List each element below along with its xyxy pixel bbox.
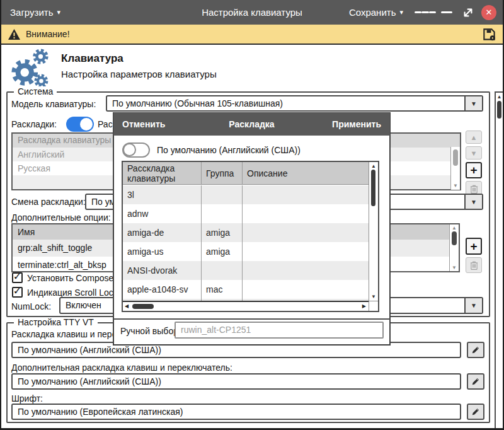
pencil-icon [471,407,480,416]
column-header: Расскладка клавиатуры [123,162,202,184]
numlock-value: Включен [66,298,101,312]
scroll-down-icon: ▼ [450,265,459,270]
scrollbar-corner [369,301,378,311]
tty-legend: Настройка TTY VT [14,317,98,327]
layouts-list-scrollbar[interactable]: ▼ [450,147,460,190]
scroll-down-icon: ▼ [451,183,460,189]
scroll-up-icon: ▲ [496,94,503,100]
default-layout-toggle-label: По умолчанию (Английский (США)) [157,145,301,155]
compose-checkbox[interactable]: ✓ [12,272,23,283]
tty-font-field[interactable]: По умолчанию (Европейская латинская) [11,404,461,420]
scroll-up-icon: ▲ [450,225,459,231]
main-scrollbar[interactable]: ▲ ▼ [495,91,504,430]
pencil-icon [471,346,480,354]
save-menu-button[interactable]: Сохранить ▾ [349,7,403,18]
save-file-button[interactable] [482,27,496,42]
layout-dialog: Отменить Раскладка Применить По умолчани… [113,112,391,346]
tty-extra-label: Дополнительная раскладка клавиш и перекл… [11,363,232,373]
load-menu-button[interactable]: Загрузить ▾ [10,7,60,18]
layout-dialog-titlebar: Отменить Раскладка Применить [113,113,390,136]
tty-font-edit-button[interactable] [467,404,484,420]
tty-layout-label: Раскладка клавиш и пере [11,329,117,339]
tty-layout-edit-button[interactable] [467,342,484,358]
trash-icon [470,184,478,194]
numlock-label: NumLock: [11,301,51,311]
scroll-right-icon: ▶ [362,303,366,309]
system-legend: Система [14,86,57,96]
column-header: Описание [243,162,369,184]
scrollbar-thumb[interactable] [452,231,457,245]
minimize-icon [441,11,452,14]
layouts-label: Раскладки: [11,119,57,129]
layout-move-down-button: ▼ [466,146,482,160]
layouts-table-header: Расскладка клавиатуры Группа Описание [123,162,369,185]
column-header: Группа [202,162,243,184]
layouts-table-vscrollbar[interactable]: ▲ ▼ [369,162,378,301]
scrolllock-checkbox-label: Индикация Scroll Lock [27,288,118,298]
scroll-down-icon: ▼ [369,294,378,299]
tty-extra-field[interactable]: По умолчанию (Английский (США)) [11,373,461,390]
layouts-table-hscrollbar[interactable]: ◀ ▶ [123,301,369,311]
compose-checkbox-label: Установить Compose [27,273,113,283]
floppy-disk-icon [482,27,496,42]
apply-button[interactable]: Применить [332,119,381,129]
cancel-button[interactable]: Отменить [122,119,165,129]
scrollbar-thumb[interactable] [132,304,154,309]
page-title: Клавиатура [61,52,123,65]
table-row[interactable]: amiga-deamiga [123,223,369,242]
hamburger-menu-icon[interactable] [415,3,436,22]
chevron-down-icon: ▾ [57,8,61,16]
load-menu-label: Загрузить [10,7,54,18]
tty-extra-edit-button[interactable] [467,373,484,390]
trash-icon [470,260,478,270]
toggle-knob [80,118,93,131]
table-row[interactable]: adnw [123,204,369,223]
minimize-button[interactable] [436,3,457,22]
extra-options-label: Дополнительные опции: [11,212,111,223]
keyboard-model-select[interactable]: По умолчанию (Обычная 105-клавишная) ▼ [106,95,483,112]
pencil-icon [471,377,480,386]
layout-move-up-button: ▲ [466,131,482,144]
layout-switch-label: Смена раскладки: [11,197,86,207]
layouts-table-body: 3l adnw amiga-deamiga amiga-usamiga ANSI… [123,185,369,301]
chevron-down-icon: ▼ [464,195,482,209]
keyboard-model-value: По умолчанию (Обычная 105-клавишная) [112,96,283,110]
main-content: Клавиатура Настройка параметров клавиату… [1,45,503,428]
layout-switch-value: По ум [91,195,115,209]
table-row[interactable]: apple-a1048-svmac [123,280,369,299]
close-button[interactable]: ✕ [481,5,496,20]
expand-icon [462,7,474,18]
fullscreen-button[interactable] [457,3,479,22]
options-table-scrollbar[interactable]: ▲ ▼ [449,224,459,271]
chevron-down-icon: ▾ [399,8,403,16]
table-row[interactable]: ANSI-dvorak [123,261,369,280]
option-delete-button [466,257,482,273]
scrollbar-thumb[interactable] [371,170,375,206]
warning-icon [8,28,21,40]
chevron-down-icon: ▼ [464,298,482,313]
table-row[interactable]: 3l [123,185,369,204]
scrollbar-thumb[interactable] [453,149,458,166]
scrollbar-thumb[interactable] [497,101,501,119]
warning-text: Внимание! [26,29,70,39]
tty-font-label: Шрифт: [11,393,43,404]
titlebar: Загрузить ▾ Настройка клавиатуры Сохрани… [1,0,503,25]
manual-select-label: Ручной выбор: [120,326,181,336]
layout-add-button[interactable]: + [466,162,482,178]
table-row[interactable]: amiga-usamiga [123,242,369,261]
option-add-button[interactable]: + [466,238,482,255]
scroll-up-icon: ▲ [369,163,378,169]
manual-select-input[interactable]: ruwin_alt-CP1251 [175,322,384,339]
keyboard-model-label: Модель клавиатуры: [11,99,96,109]
layouts-table: Расскладка клавиатуры Группа Описание 3l… [122,161,379,312]
warning-bar: Внимание! [1,25,503,45]
default-layout-toggle[interactable] [122,142,150,158]
scroll-left-icon: ◀ [125,303,129,309]
close-icon: ✕ [486,8,493,17]
scrolllock-checkbox[interactable]: ✓ [12,287,23,298]
save-menu-label: Сохранить [349,7,396,18]
keyboard-settings-window: Загрузить ▾ Настройка клавиатуры Сохрани… [0,0,504,430]
page-subtitle: Настройка параметров клавиатуры [61,69,217,79]
layouts-toggle[interactable] [66,117,94,132]
keyboard-gears-icon [8,49,52,90]
